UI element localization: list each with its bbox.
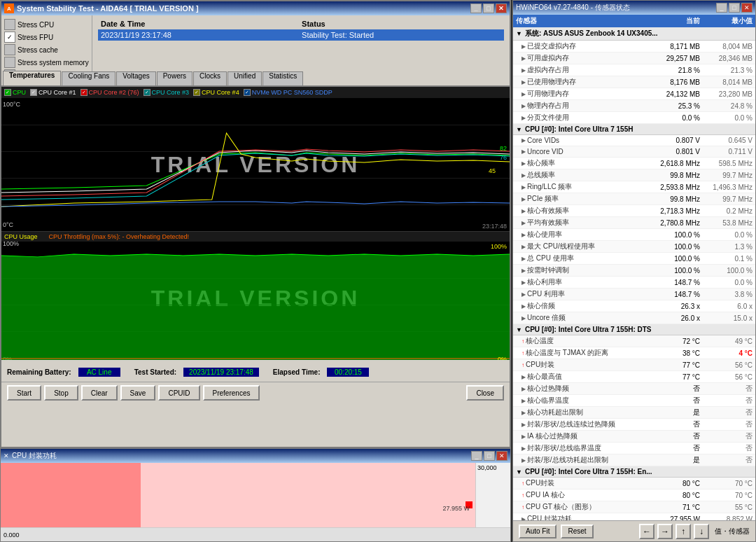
close-button[interactable]: Close bbox=[466, 385, 504, 401]
hwinfo-maximize-button[interactable]: □ bbox=[729, 3, 740, 13]
cpu-sub-content: 30,000 27.955 W 0.000 bbox=[1, 463, 510, 541]
row-core-power-limit: ▶核心功耗超出限制是否 bbox=[513, 407, 755, 419]
aida-minimize-button[interactable]: _ bbox=[470, 4, 482, 13]
row-core-vids: ▶Core VIDs0.807 V0.645 V bbox=[513, 135, 755, 146]
arrow-right-button[interactable]: → bbox=[657, 524, 673, 539]
row-clock-mod: ▶按需时钟调制100.0 %100.0 % bbox=[513, 265, 755, 277]
cpu-legend: CPU Usage CPU Throttling (max 5%): - Ove… bbox=[1, 232, 510, 242]
val-45: 45 bbox=[489, 167, 496, 174]
tab-cooling-fans[interactable]: Cooling Fans bbox=[62, 71, 115, 85]
sidebar-item-stress-fpu[interactable]: ✓ Stress FPU bbox=[4, 31, 89, 43]
cpu-sub-minimize[interactable]: _ bbox=[471, 451, 482, 461]
section-dts[interactable]: ▼ CPU [#0]: Intel Core Ultra 7 155H: DTS bbox=[513, 324, 755, 335]
hwinfo-column-headers: 传感器 当前 最小值 bbox=[513, 15, 755, 27]
y-min-label: 0.000 bbox=[4, 531, 20, 538]
aida-titlebar: A System Stability Test - AIDA64 [ TRIAL… bbox=[1, 1, 510, 15]
row-uncore-vid: ▶Uncore VID0.801 V0.711 V bbox=[513, 146, 755, 158]
row-ring-freq: ▶Ring/LLC 频率2,593.8 MHz1,496.3 MHz bbox=[513, 181, 755, 193]
stop-button[interactable]: Stop bbox=[44, 385, 78, 401]
cpu-power-value: 27.955 W bbox=[442, 505, 470, 512]
hwinfo-title: HWiNFO64 v7.27-4840 - 传感器状态 bbox=[516, 3, 630, 13]
arrow-left-button[interactable]: ← bbox=[639, 524, 654, 539]
row-cpu-pkg-temp: ↑CPU封装77 °C56 °C bbox=[513, 359, 755, 371]
cpu-usage-legend-label: CPU Usage bbox=[4, 233, 38, 240]
hwinfo-minimize-button[interactable]: _ bbox=[716, 3, 727, 13]
row-avg-eff-freq: ▶平均有效频率2,780.8 MHz53.8 MHz bbox=[513, 217, 755, 229]
cpuid-button[interactable]: CPUID bbox=[158, 385, 200, 401]
hwinfo-close-button[interactable]: ✕ bbox=[741, 3, 752, 13]
section-system-title: 系统: ASUS ASUS Zenbook 14 UX3405... bbox=[525, 29, 658, 39]
row-avail-pmem: ▶可用物理内存24,132 MB23,280 MB bbox=[513, 88, 755, 100]
row-pagefile-usage: ▶分页文件使用0.0 %0.0 % bbox=[513, 112, 755, 124]
aida-close-button[interactable]: ✕ bbox=[496, 4, 507, 13]
stress-cache-label: Stress cache bbox=[18, 46, 58, 54]
arrow-up-button[interactable]: ↑ bbox=[676, 524, 691, 539]
clear-button[interactable]: Clear bbox=[81, 385, 118, 401]
sidebar-item-stress-cpu[interactable]: Stress CPU bbox=[4, 18, 89, 31]
section-cpu-arrow: ▼ bbox=[516, 126, 522, 133]
status-col-status: Status bbox=[299, 18, 504, 29]
hwinfo-content[interactable]: 传感器 当前 最小值 ▼ 系统: ASUS ASUS Zenbook 14 UX… bbox=[513, 15, 755, 520]
row-tjmax-dist: ↑核心温度与 TJMAX 的距离38 °C4 °C bbox=[513, 347, 755, 359]
cpu-sub-close-icon[interactable]: ✕ bbox=[4, 452, 9, 459]
col-min-header: 最小值 bbox=[700, 16, 752, 26]
section-energy[interactable]: ▼ CPU [#0]: Intel Core Ultra 7 155H: En.… bbox=[513, 466, 755, 478]
y-max-label: 30,000 bbox=[477, 464, 509, 471]
battery-label: Remaining Battery: bbox=[7, 368, 71, 376]
tab-clocks[interactable]: Clocks bbox=[193, 71, 227, 85]
status-date-value: 2023/11/19 23:17:48 bbox=[98, 29, 299, 41]
col-current-header: 当前 bbox=[640, 16, 700, 26]
row-pkg-throttle: ▶封装/形状/总线连续过热降频否否 bbox=[513, 419, 755, 431]
aida-maximize-button[interactable]: □ bbox=[483, 4, 494, 13]
cpu-power-bar bbox=[1, 463, 141, 527]
reset-button[interactable]: Reset bbox=[561, 524, 593, 538]
save-button[interactable]: Save bbox=[120, 385, 156, 401]
row-core-util: ▶核心利用率148.7 %0.0 % bbox=[513, 277, 755, 289]
aida-bottom: Remaining Battery: AC Line Test Started:… bbox=[1, 363, 510, 447]
section-cpu[interactable]: ▼ CPU [#0]: Intel Core Ultra 7 155H bbox=[513, 124, 755, 135]
row-committed-vmem: ▶已提交虚拟内存8,171 MB8,004 MB bbox=[513, 41, 755, 53]
legend-core1: ✓ CPU Core #1 bbox=[30, 89, 76, 96]
arrow-down-button[interactable]: ↓ bbox=[694, 524, 709, 539]
row-used-pmem: ▶已使用物理内存8,176 MB8,014 MB bbox=[513, 76, 755, 88]
start-button[interactable]: Start bbox=[7, 385, 41, 401]
row-pkg-power: ▶CPU 封装功耗27.955 W8.852 W bbox=[513, 513, 755, 520]
row-pkg-temp2: ↑CPU封装80 °C70 °C bbox=[513, 478, 755, 489]
tab-statistics[interactable]: Statistics bbox=[262, 71, 303, 85]
row-pkg-critical-temp: ▶封装/形状/总线临界温度否否 bbox=[513, 443, 755, 454]
legend-nvme: ✓ NVMe WD PC SN560 SDDP bbox=[244, 89, 332, 96]
stress-fpu-checkbox[interactable]: ✓ bbox=[4, 32, 15, 43]
auto-fit-button[interactable]: Auto Fit bbox=[519, 524, 556, 538]
row-avail-vmem: ▶可用虚拟内存29,257 MB28,346 MB bbox=[513, 53, 755, 64]
stress-cpu-checkbox[interactable] bbox=[4, 19, 15, 30]
stress-cache-checkbox[interactable] bbox=[4, 44, 15, 55]
aida-tabs: Temperatures Cooling Fans Voltages Power… bbox=[1, 71, 510, 87]
section-system[interactable]: ▼ 系统: ASUS ASUS Zenbook 14 UX3405... bbox=[513, 27, 755, 41]
cpu-sub-panel: ✕ CPU 封装功耗 _ □ ✕ 30,000 27.955 W 0.000 bbox=[0, 448, 511, 542]
row-core-temp: ↑核心温度72 °C49 °C bbox=[513, 335, 755, 347]
svg-marker-0 bbox=[1, 254, 510, 360]
section-energy-arrow: ▼ bbox=[516, 468, 522, 475]
col-sensor-header: 传感器 bbox=[516, 16, 640, 26]
row-max-thread-usage: ▶最大 CPU/线程使用率100.0 %1.3 % bbox=[513, 241, 755, 253]
tab-voltages[interactable]: Voltages bbox=[116, 71, 155, 85]
tab-unified[interactable]: Unified bbox=[227, 71, 262, 85]
stress-memory-checkbox[interactable] bbox=[4, 57, 15, 68]
legend-core2: ✓ CPU Core #2 (76) bbox=[80, 89, 139, 96]
preferences-button[interactable]: Preferences bbox=[203, 385, 260, 401]
row-core-max: ▶核心最高值77 °C56 °C bbox=[513, 371, 755, 383]
row-cpu-util: ▶CPU 利用率148.7 %3.8 % bbox=[513, 289, 755, 300]
tab-temperatures[interactable]: Temperatures bbox=[3, 71, 61, 85]
aida-icon: A bbox=[4, 4, 14, 13]
row-core-throttle: ▶核心过热降频否否 bbox=[513, 383, 755, 395]
tab-powers[interactable]: Powers bbox=[157, 71, 192, 85]
row-core-multi: ▶核心倍频26.3 x6.0 x bbox=[513, 300, 755, 312]
sidebar-item-stress-cache[interactable]: Stress cache bbox=[4, 43, 89, 56]
section-dts-title: CPU [#0]: Intel Core Ultra 7 155H: DTS bbox=[525, 326, 652, 333]
cpu-sub-maximize[interactable]: □ bbox=[484, 451, 495, 461]
cpu-chart: CPU Usage CPU Throttling (max 5%): - Ove… bbox=[1, 231, 510, 360]
sidebar-item-stress-memory[interactable]: Stress system memory bbox=[4, 56, 89, 69]
row-total-cpu-usage: ▶总 CPU 使用率100.0 %0.1 % bbox=[513, 253, 755, 265]
cpu-sub-close[interactable]: ✕ bbox=[496, 451, 507, 461]
row-ia-throttle: ▶IA 核心过热降频否否 bbox=[513, 431, 755, 443]
